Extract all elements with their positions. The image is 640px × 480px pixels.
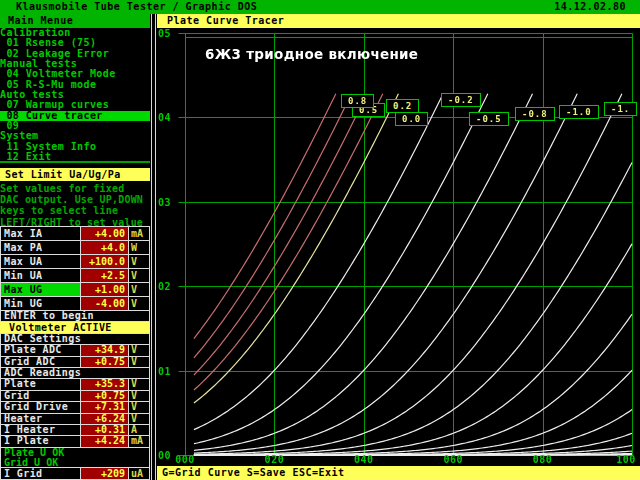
chart-title: 6Ж3 триодное включение bbox=[205, 46, 418, 62]
status-bar[interactable]: G=Grid Curve S=Save ESC=Exit bbox=[157, 466, 640, 480]
set-limit-header: Set Limit Ua/Ug/Pa bbox=[0, 168, 150, 181]
row-label: Grid ADC bbox=[1, 357, 80, 367]
row-unit: V bbox=[129, 414, 149, 424]
row-label: Max PA bbox=[1, 241, 80, 254]
x-tick-label: 040 bbox=[350, 454, 378, 465]
x-tick-label: 080 bbox=[529, 454, 557, 465]
row-unit: A bbox=[129, 425, 149, 435]
row-unit: uA bbox=[129, 468, 149, 479]
row-unit: V bbox=[129, 269, 149, 282]
row-label: I Heater bbox=[1, 425, 80, 435]
row-min-ua: Min UA+2.5V bbox=[0, 268, 150, 283]
row-unit: mA bbox=[129, 227, 149, 240]
row-label: Plate ADC bbox=[1, 345, 80, 355]
help-line: Set values for fixed bbox=[0, 183, 152, 194]
y-tick-label: 04 bbox=[158, 112, 180, 123]
frame-line-right bbox=[155, 14, 156, 480]
row-label: Grid Drive bbox=[1, 402, 80, 412]
curve-label--1.0: -1.0 bbox=[559, 105, 599, 119]
enter-prompt: ENTER to begin bbox=[0, 310, 150, 322]
row-value[interactable]: +0.75 bbox=[80, 391, 129, 401]
row-value[interactable]: +6.24 bbox=[80, 414, 129, 424]
settings-rows: Max IA+4.00mAMax PA+4.0WMax UA+100.0VMin… bbox=[0, 227, 150, 480]
row-label: I Grid bbox=[1, 468, 80, 479]
row-unit: V bbox=[129, 283, 149, 296]
row-i-grid: I Grid+209uA bbox=[0, 467, 150, 480]
row-label: Grid bbox=[1, 391, 80, 401]
frame-line-left bbox=[151, 14, 152, 480]
row-value[interactable]: +209 bbox=[80, 468, 129, 479]
y-tick-label: 01 bbox=[158, 366, 180, 377]
row-label: I Plate bbox=[1, 436, 80, 446]
curve-label-0.2: 0.2 bbox=[386, 99, 419, 113]
menu-item-08-curve-tracer[interactable]: 08 Curve tracer bbox=[0, 111, 150, 121]
curve-label--0.2: -0.2 bbox=[441, 93, 481, 107]
tube-tester-screen: Klausmobile Tube Tester / Graphic DOS 14… bbox=[0, 0, 640, 480]
row-unit: V bbox=[129, 391, 149, 401]
row-value[interactable]: +7.31 bbox=[80, 402, 129, 412]
row-label: Max UG bbox=[1, 283, 80, 296]
row-value[interactable]: +100.0 bbox=[80, 255, 129, 268]
row-unit: W bbox=[129, 241, 149, 254]
row-unit: mA bbox=[129, 436, 149, 446]
curve-label-0.0: 0.0 bbox=[395, 112, 428, 126]
x-tick-label: 020 bbox=[260, 454, 288, 465]
curve-label--0.8: -0.8 bbox=[515, 107, 555, 121]
curve-label--0.5: -0.5 bbox=[469, 112, 509, 126]
row-value[interactable]: +0.75 bbox=[80, 357, 129, 367]
plate-curves-canvas bbox=[157, 0, 640, 466]
row-label: Plate bbox=[1, 379, 80, 389]
curve-label--1.: -1. bbox=[604, 102, 637, 116]
row-label: Min UA bbox=[1, 269, 80, 282]
row-value[interactable]: +1.00 bbox=[80, 283, 129, 296]
main-menu: Calibration 01 Rsense (75) 02 Leakage Er… bbox=[0, 28, 150, 163]
menu-item-12-exit[interactable]: 12 Exit bbox=[0, 152, 150, 162]
y-tick-label: 05 bbox=[158, 28, 180, 39]
row-unit: V bbox=[129, 379, 149, 389]
row-value[interactable]: -4.00 bbox=[80, 297, 129, 310]
row-label: Min UG bbox=[1, 297, 80, 310]
row-value[interactable]: +4.0 bbox=[80, 241, 129, 254]
row-unit: V bbox=[129, 345, 149, 355]
row-unit: V bbox=[129, 402, 149, 412]
row-label: Max UA bbox=[1, 255, 80, 268]
row-max-ua: Max UA+100.0V bbox=[0, 254, 150, 269]
row-value[interactable]: +0.31 bbox=[80, 425, 129, 435]
power-ok-box: Plate U OKGrid U OK bbox=[0, 447, 150, 468]
help-text: Set values for fixedDAC output. Use UP,D… bbox=[0, 183, 152, 228]
sidebar-header: Main Menue bbox=[0, 14, 150, 28]
row-value[interactable]: +35.3 bbox=[80, 379, 129, 389]
help-line: keys to select line bbox=[0, 205, 152, 216]
row-label: Heater bbox=[1, 414, 80, 424]
row-min-ug: Min UG-4.00V bbox=[0, 296, 150, 311]
row-value[interactable]: +34.9 bbox=[80, 345, 129, 355]
help-line: DAC output. Use UP,DOWN bbox=[0, 194, 152, 205]
x-tick-label: 060 bbox=[439, 454, 467, 465]
y-tick-label: 03 bbox=[158, 197, 180, 208]
row-max-pa: Max PA+4.0W bbox=[0, 240, 150, 255]
row-max-ia: Max IA+4.00mA bbox=[0, 226, 150, 241]
row-unit: V bbox=[129, 357, 149, 367]
curve-label-0.8: 0.8 bbox=[341, 94, 374, 108]
row-unit: V bbox=[129, 255, 149, 268]
row-value[interactable]: +2.5 bbox=[80, 269, 129, 282]
row-label: Max IA bbox=[1, 227, 80, 240]
x-tick-label: 000 bbox=[171, 454, 199, 465]
row-value[interactable]: +4.00 bbox=[80, 227, 129, 240]
row-value[interactable]: +4.24 bbox=[80, 436, 129, 446]
y-tick-label: 02 bbox=[158, 281, 180, 292]
row-unit: V bbox=[129, 297, 149, 310]
row-max-ug: Max UG+1.00V bbox=[0, 282, 150, 297]
x-tick-label: 100 bbox=[612, 454, 640, 465]
